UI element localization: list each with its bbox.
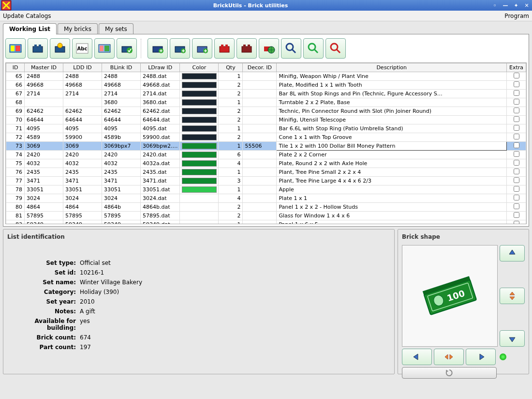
table-row[interactable]: 714095409540954095.dat1Bar 6.6L with Sto… bbox=[6, 124, 526, 133]
tool-brick-add-blue[interactable] bbox=[148, 38, 168, 59]
tool-brick-dred[interactable] bbox=[236, 38, 257, 59]
tool-magnify-red[interactable] bbox=[325, 38, 346, 59]
tab-working-list[interactable]: Working List bbox=[3, 23, 57, 34]
tool-catalog2[interactable] bbox=[94, 38, 115, 59]
extra-checkbox[interactable] bbox=[514, 160, 519, 166]
extra-checkbox[interactable] bbox=[514, 81, 519, 87]
table-row[interactable]: 7064644646446464464644.dat2Minifig, Uten… bbox=[6, 116, 526, 124]
extra-checkbox[interactable] bbox=[514, 73, 519, 78]
svg-rect-3 bbox=[15, 46, 20, 51]
col-id[interactable]: ID bbox=[6, 63, 25, 72]
tool-brick-blue[interactable] bbox=[28, 38, 48, 59]
svg-point-32 bbox=[331, 44, 338, 50]
rotate-left-button[interactable] bbox=[402, 349, 432, 365]
list-identification-panel: List identification Set type:Official se… bbox=[3, 229, 395, 374]
titlebar: BrickUtils - Brick utilities ◦ — ✦ ✕ bbox=[0, 0, 532, 11]
field-value: A gift bbox=[80, 308, 95, 315]
table-row[interactable]: 742420242024202420.dat6Plate 2 x 2 Corne… bbox=[6, 151, 526, 159]
extra-checkbox[interactable] bbox=[514, 203, 519, 209]
extra-checkbox[interactable] bbox=[514, 99, 519, 105]
col-ldd-id[interactable]: LDD ID bbox=[63, 63, 102, 72]
table-row[interactable]: 6836803680.dat1Turntable 2 x 2 Plate, Ba… bbox=[6, 98, 526, 107]
color-swatch bbox=[182, 91, 217, 97]
field-label: Available for building: bbox=[7, 318, 80, 331]
table-row[interactable]: 6649668496684966849668.dat2Plate, Modifi… bbox=[6, 81, 526, 90]
table-row[interactable]: 6962462624626246262462.dat2Technic, Pin … bbox=[6, 107, 526, 116]
table-row[interactable]: 7833051330513305133051.dat1Apple bbox=[6, 185, 526, 194]
brick-shape-legend: Brick shape bbox=[402, 233, 525, 240]
list-id-legend: List identification bbox=[7, 233, 390, 240]
svg-rect-26 bbox=[243, 45, 246, 47]
menu-update-catalogs[interactable]: Update Catalogs bbox=[3, 13, 51, 19]
tool-brick-yellow[interactable] bbox=[50, 38, 70, 59]
tool-brick-check[interactable] bbox=[117, 38, 137, 59]
tab-my-bricks[interactable]: My bricks bbox=[58, 23, 98, 34]
tab-my-sets[interactable]: My sets bbox=[99, 23, 133, 34]
tool-abc[interactable]: Abc bbox=[72, 38, 92, 59]
table-row[interactable]: 754032403240324032a.dat4Plate, Round 2 x… bbox=[6, 159, 526, 168]
table-row[interactable]: 8157895578955789557895.dat2Glass for Win… bbox=[6, 212, 526, 220]
tool-magnify-green[interactable] bbox=[303, 38, 324, 59]
field-value: Holiday (390) bbox=[80, 289, 119, 295]
extra-checkbox[interactable] bbox=[514, 186, 519, 192]
table-row[interactable]: 672714271427142714.dat2Bar 8L with Stop … bbox=[6, 90, 526, 98]
rotate-flip-button[interactable] bbox=[500, 288, 525, 304]
help-button[interactable]: ◦ bbox=[489, 0, 500, 10]
svg-point-30 bbox=[286, 44, 293, 50]
field-label: Brick count: bbox=[7, 334, 80, 341]
extra-checkbox[interactable] bbox=[514, 134, 519, 139]
tool-brick-globe[interactable] bbox=[259, 38, 279, 59]
col-blink-id[interactable]: BLink ID bbox=[102, 63, 141, 72]
col-color[interactable]: Color bbox=[180, 63, 219, 72]
extra-checkbox[interactable] bbox=[514, 221, 519, 224]
table-row[interactable]: 80486448644864b4864b.dat2Panel 1 x 2 x 2… bbox=[6, 203, 526, 212]
close-button[interactable]: ✕ bbox=[521, 0, 532, 10]
extra-checkbox[interactable] bbox=[514, 151, 519, 157]
field-label: Set name: bbox=[7, 279, 80, 286]
color-swatch bbox=[182, 178, 217, 184]
rotate-right-button[interactable] bbox=[466, 349, 496, 365]
table-row[interactable]: 8259349593495934959349.dat1Panel 1 x 6 x… bbox=[6, 220, 526, 225]
extra-checkbox[interactable] bbox=[514, 142, 519, 148]
field-value: 197 bbox=[80, 344, 91, 351]
col-ldraw-id[interactable]: LDraw ID bbox=[141, 63, 180, 72]
color-swatch bbox=[182, 99, 217, 106]
extra-checkbox[interactable] bbox=[514, 90, 519, 96]
refresh-button[interactable] bbox=[402, 367, 497, 379]
field-value: 10216-1 bbox=[80, 269, 104, 276]
table-row[interactable]: 73306930693069bpx73069bpw2.…155506Tile 1… bbox=[6, 142, 526, 151]
extra-checkbox[interactable] bbox=[514, 116, 519, 122]
svg-point-8 bbox=[58, 43, 62, 48]
table-row[interactable]: 724589599004589b59900.dat2Cone 1 x 1 wit… bbox=[6, 133, 526, 142]
table-wrap[interactable]: IDMaster IDLDD IDBLink IDLDraw IDColorQt… bbox=[5, 62, 527, 224]
extra-checkbox[interactable] bbox=[514, 107, 519, 113]
tool-brick-add-green[interactable] bbox=[170, 38, 190, 59]
field-value: 2010 bbox=[80, 298, 95, 305]
menu-program[interactable]: Program bbox=[504, 13, 529, 19]
table-row[interactable]: 762435243524352435.dat1Plant, Tree Pine … bbox=[6, 168, 526, 177]
extra-checkbox[interactable] bbox=[514, 125, 519, 131]
col-master-id[interactable]: Master ID bbox=[25, 63, 63, 72]
tool-brick-red[interactable] bbox=[214, 38, 235, 59]
rotate-up-button[interactable] bbox=[500, 245, 525, 261]
rotate-hflip-button[interactable] bbox=[434, 349, 464, 365]
maximize-button[interactable]: ✦ bbox=[511, 0, 521, 10]
minimize-button[interactable]: — bbox=[500, 0, 511, 10]
extra-checkbox[interactable] bbox=[514, 195, 519, 200]
table-row[interactable]: 652488248824882488.dat1Minifig, Weapon W… bbox=[6, 72, 526, 81]
tool-magnify-blue[interactable] bbox=[281, 38, 301, 59]
col-extra[interactable]: Extra bbox=[507, 63, 526, 72]
table-row[interactable]: 773471347134713471.dat3Plant, Tree Pine … bbox=[6, 177, 526, 185]
col-decor-id[interactable]: Decor. ID bbox=[243, 63, 277, 72]
extra-checkbox[interactable] bbox=[514, 212, 519, 218]
tool-catalog[interactable] bbox=[5, 38, 26, 59]
tool-brick-add-cyan[interactable] bbox=[192, 38, 212, 59]
rotate-down-button[interactable] bbox=[500, 330, 525, 347]
money-tile-icon: 100 bbox=[411, 267, 488, 325]
col-qty[interactable]: Qty bbox=[219, 63, 243, 72]
extra-checkbox[interactable] bbox=[514, 169, 519, 174]
col-description[interactable]: Description bbox=[277, 63, 507, 72]
extra-checkbox[interactable] bbox=[514, 177, 519, 183]
color-swatch bbox=[182, 117, 217, 123]
table-row[interactable]: 793024302430243024.dat4Plate 1 x 1 bbox=[6, 194, 526, 203]
